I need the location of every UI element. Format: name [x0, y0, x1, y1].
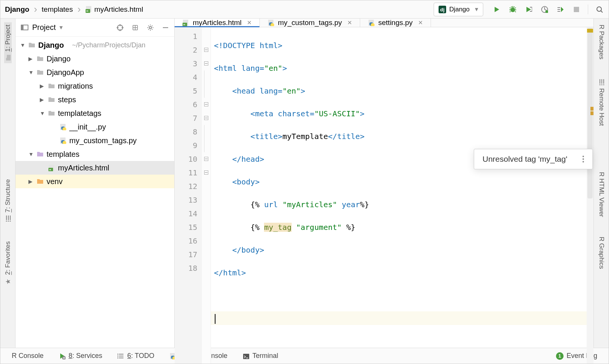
project-panel: Project ▾ ▼Django ~/PycharmProjects/Djan…: [16, 19, 175, 348]
chevron-right-icon: ›: [34, 3, 37, 15]
tree-item[interactable]: ▶my_custom_tags.py: [16, 134, 174, 147]
python-file-icon: [368, 19, 375, 26]
python-file-icon: [267, 19, 274, 26]
dock-tab-remotehost[interactable]: Remote Host: [598, 77, 605, 128]
dock-tab-favorites[interactable]: ★2: Favorites: [4, 239, 12, 288]
chevron-right-icon: ›: [77, 3, 81, 15]
tree-item[interactable]: ▼templatetags: [16, 106, 174, 120]
folder-icon: [28, 42, 35, 48]
tooltip-text: Unresolved tag 'my_tag': [483, 155, 567, 164]
tab-settings[interactable]: settings.py✕: [360, 19, 431, 27]
folder-icon: [37, 178, 44, 185]
tree-item[interactable]: ▶__init__.py: [16, 120, 174, 134]
close-icon[interactable]: ✕: [247, 19, 252, 26]
folder-icon: [37, 151, 44, 158]
bottom-todo[interactable]: 6: TODO: [117, 352, 154, 360]
project-panel-title[interactable]: Project: [32, 23, 56, 32]
code-area[interactable]: <!DOCTYPE html> <html lang="en"> <head l…: [211, 27, 587, 364]
right-dock: R Packages Remote Host R HTML Viewer R G…: [593, 19, 609, 348]
chevron-down-icon[interactable]: ▾: [59, 23, 63, 31]
tree-item[interactable]: ▶migrations: [16, 79, 174, 93]
dock-tab-rgraphics[interactable]: R Graphics: [598, 234, 605, 271]
concurrency-button[interactable]: [556, 5, 565, 14]
close-icon[interactable]: ✕: [347, 19, 352, 26]
editor-tabs: myArticles.html✕ my_custom_tags.py✕ sett…: [175, 19, 593, 27]
tab-myarticles[interactable]: myArticles.html✕: [175, 19, 260, 27]
bottom-rconsole[interactable]: R Console: [12, 352, 44, 360]
folder-icon: [37, 69, 44, 76]
breadcrumb-file[interactable]: myArticles.html: [94, 5, 143, 14]
project-view-icon: [21, 25, 28, 30]
stop-button[interactable]: [572, 5, 581, 14]
tree-root[interactable]: ▼Django ~/PycharmProjects/Djan: [16, 38, 174, 52]
folder-icon: [37, 55, 44, 62]
play-gear-icon: [59, 353, 66, 359]
python-file-icon: [59, 123, 66, 130]
left-dock: 1: Project 7: Structure ★2: Favorites: [0, 19, 16, 348]
breadcrumb[interactable]: Django › templates › myArticles.html: [5, 3, 143, 15]
editor: myArticles.html✕ my_custom_tags.py✕ sett…: [175, 19, 593, 348]
tree-item[interactable]: ▶Django: [16, 52, 174, 66]
run-button[interactable]: [492, 5, 501, 14]
html-file-icon: [182, 19, 189, 26]
tree-item[interactable]: ▶steps: [16, 93, 174, 106]
debug-button[interactable]: [508, 5, 517, 14]
navbar: Django › templates › myArticles.html Dja…: [0, 0, 609, 19]
run-config-selector[interactable]: Django ▾: [434, 3, 483, 16]
project-tree[interactable]: ▼Django ~/PycharmProjects/Djan ▶Django ▼…: [16, 37, 174, 188]
run-config-label: Django: [449, 6, 470, 13]
fold-gutter[interactable]: [202, 27, 211, 364]
list-icon: [117, 353, 124, 359]
search-everywhere-button[interactable]: [595, 5, 604, 14]
settings-button[interactable]: [147, 24, 154, 31]
coverage-button[interactable]: [524, 5, 533, 14]
collapse-all-button[interactable]: [132, 24, 139, 31]
dock-tab-structure[interactable]: 7: Structure: [4, 177, 12, 224]
folder-icon: [48, 110, 55, 117]
breadcrumb-part[interactable]: templates: [42, 5, 73, 14]
breadcrumb-root[interactable]: Django: [5, 5, 29, 14]
close-icon[interactable]: ✕: [418, 19, 423, 26]
folder-icon: [48, 96, 55, 103]
more-actions-icon[interactable]: [582, 156, 584, 162]
dock-tab-rhtmlviewer[interactable]: R HTML Viewer: [598, 170, 605, 219]
dock-tab-rpackages[interactable]: R Packages: [598, 22, 605, 62]
dock-tab-project[interactable]: 1: Project: [4, 22, 12, 63]
tree-item-selected[interactable]: ▶myArticles.html: [16, 161, 174, 175]
hide-button[interactable]: [162, 24, 169, 31]
project-panel-header: Project ▾: [16, 19, 174, 37]
inspection-tooltip[interactable]: Unresolved tag 'my_tag': [474, 149, 593, 169]
html-file-icon: [48, 164, 55, 171]
chevron-down-icon: ▾: [475, 5, 478, 13]
django-icon: [439, 6, 446, 13]
html-file-icon: [85, 6, 93, 13]
bottom-services[interactable]: 8: Services: [59, 352, 102, 360]
tree-item[interactable]: ▼DjangoApp: [16, 66, 174, 79]
editor-scrollbar[interactable]: [587, 27, 593, 364]
locate-button[interactable]: [117, 24, 123, 31]
tree-item[interactable]: ▼templates: [16, 147, 174, 161]
python-file-icon: [59, 137, 66, 144]
profile-button[interactable]: [540, 5, 549, 14]
tree-item[interactable]: ▶venv: [16, 175, 174, 188]
folder-icon: [48, 83, 55, 89]
tab-mycustomtags[interactable]: my_custom_tags.py✕: [260, 19, 360, 27]
line-gutter[interactable]: 123456789101112131415161718: [175, 27, 202, 364]
